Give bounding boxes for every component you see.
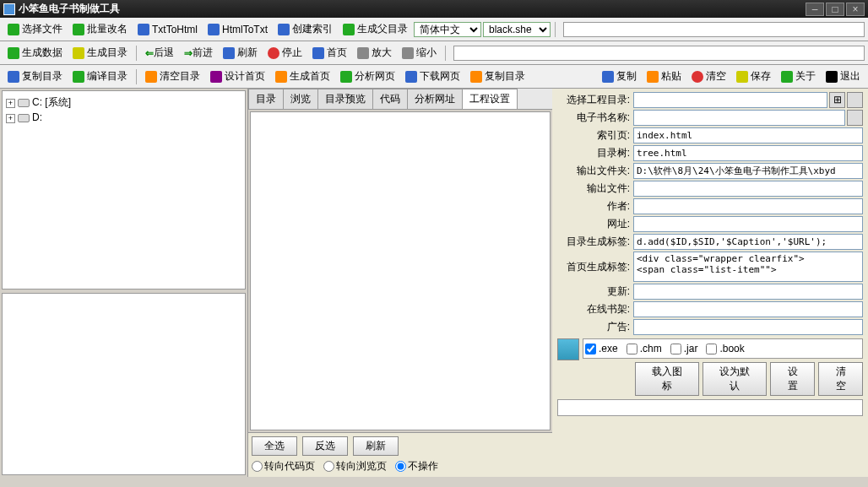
expand-icon[interactable]: + [6,114,15,123]
gen-data-button[interactable]: 生成数据 [3,43,67,62]
clear-dir-button[interactable]: 清空目录 [141,67,204,86]
name-input[interactable] [633,110,845,126]
exit-icon [826,71,838,83]
select-all-button[interactable]: 全选 [252,436,297,456]
chk-book[interactable]: .book [706,343,744,354]
refresh-list-button[interactable]: 刷新 [353,436,399,456]
center-panel: 目录 浏览 目录预览 代码 分析网址 工程设置 全选 反选 刷新 转向代码页 转… [248,89,552,477]
dirtag-input[interactable] [633,234,863,250]
doc-icon [208,24,220,35]
toolbar-input-1[interactable] [563,22,865,37]
center-bottom: 全选 反选 刷新 转向代码页 转向浏览页 不操作 [248,432,552,477]
index-input[interactable] [633,127,863,143]
x-icon [692,71,703,83]
clear-form-button[interactable]: 清空 [818,362,863,396]
check-icon [8,24,19,35]
tab-preview[interactable]: 目录预览 [317,89,373,109]
tab-dir[interactable]: 目录 [248,89,284,109]
about-button[interactable]: 关于 [777,67,820,86]
copy-dir-button[interactable]: 复制目录 [3,67,67,86]
compile-dir-button[interactable]: 编译目录 [68,67,132,86]
batch-rename-button[interactable]: 批量改名 [68,19,132,39]
outfile-input[interactable] [633,181,863,197]
set-default-button[interactable]: 设为默认 [703,362,767,396]
tree-item-d[interactable]: +D: [6,111,241,124]
design-icon [210,71,222,83]
separator [555,22,556,37]
ad-input[interactable] [633,319,863,335]
load-icon-button[interactable]: 载入图标 [635,362,699,396]
chk-jar[interactable]: .jar [670,343,698,354]
save-button[interactable]: 保存 [732,67,775,86]
forward-button[interactable]: ⇒前进 [180,43,217,62]
tab-project[interactable]: 工程设置 [462,89,518,109]
doc-icon [138,24,149,35]
tab-url[interactable]: 分析网址 [407,89,463,109]
stop-button[interactable]: 停止 [263,43,307,62]
analyze-page-button[interactable]: 分析网页 [336,67,399,86]
html-to-txt-button[interactable]: HtmlToTxt [203,21,272,38]
right-panel: 选择工程目录:⊞ 电子书名称: 索引页: 目录树: 输出文件夹: 输出文件: 作… [552,89,868,477]
settings-button[interactable]: 设置 [770,362,815,396]
zoom-in-button[interactable]: 放大 [353,43,396,62]
gen-parent-dir-button[interactable]: 生成父目录 [339,19,412,39]
txt-to-html-button[interactable]: TxtToHtml [133,21,202,38]
download-page-button[interactable]: 下载网页 [401,67,464,86]
projdir-extra-button[interactable] [847,92,863,108]
folder-icon [470,71,482,83]
tree-input[interactable] [633,145,863,161]
paste-button[interactable]: 粘贴 [643,67,686,86]
chk-chm[interactable]: .chm [627,343,662,354]
home-icon [312,47,324,59]
chk-exe[interactable]: .exe [585,343,618,354]
copy-dir-button-2[interactable]: 复制目录 [466,67,529,86]
format-checkboxes: .exe .chm .jar .book [583,338,863,359]
url-input[interactable] [633,216,863,232]
about-icon [781,71,793,83]
close-button[interactable]: × [846,3,865,16]
lbl-tree: 目录树: [557,146,633,160]
hometag-input[interactable] [633,252,863,282]
home-button[interactable]: 首页 [308,43,351,62]
lbl-author: 作者: [557,199,633,214]
zoom-out-button[interactable]: 缩小 [398,43,441,62]
radio-browse[interactable]: 转向浏览页 [323,459,387,473]
lbl-name: 电子书名称: [557,111,633,125]
update-input[interactable] [633,284,863,300]
tab-browse[interactable]: 浏览 [283,89,318,109]
gen-dir-button[interactable]: 生成目录 [68,43,132,62]
clear-button[interactable]: 清空 [687,67,730,86]
select-file-button[interactable]: 选择文件 [3,19,67,39]
minimize-button[interactable]: – [806,3,824,16]
zoomin-icon [357,47,369,59]
outdir-input[interactable] [633,163,863,179]
radio-code[interactable]: 转向代码页 [252,459,315,473]
skin-select[interactable]: black.she [483,22,551,37]
projdir-browse-button[interactable]: ⊞ [829,92,845,108]
create-index-button[interactable]: 创建索引 [274,19,337,39]
shelf-input[interactable] [633,301,863,317]
maximize-button[interactable]: □ [826,3,844,16]
back-button[interactable]: ⇐后退 [141,43,178,62]
radio-none[interactable]: 不操作 [395,459,438,473]
drive-tree[interactable]: +C: [系统] +D: [2,90,246,289]
tab-code[interactable]: 代码 [372,89,408,109]
tree-item-c[interactable]: +C: [系统] [6,95,241,111]
copy-button[interactable]: 复制 [598,67,641,86]
refresh-button[interactable]: 刷新 [219,43,262,62]
language-select[interactable]: 简体中文 [414,22,481,37]
invert-select-button[interactable]: 反选 [302,436,348,456]
design-home-button[interactable]: 设计首页 [206,67,269,86]
lbl-outfile: 输出文件: [557,181,633,196]
tabs: 目录 浏览 目录预览 代码 分析网址 工程设置 [248,89,552,110]
projdir-input[interactable] [633,92,827,108]
expand-icon[interactable]: + [6,99,15,108]
toolbar-1: 选择文件 批量改名 TxtToHtml HtmlToTxt 创建索引 生成父目录… [0,18,868,41]
author-input[interactable] [633,198,863,214]
name-extra-button[interactable] [847,110,863,126]
exit-button[interactable]: 退出 [822,67,865,86]
gen-home-button[interactable]: 生成首页 [271,67,334,86]
address-input[interactable] [453,46,865,61]
globe-icon [340,71,352,83]
toolbar-2: 生成数据 生成目录 ⇐后退 ⇒前进 刷新 停止 首页 放大 缩小 [0,41,868,65]
